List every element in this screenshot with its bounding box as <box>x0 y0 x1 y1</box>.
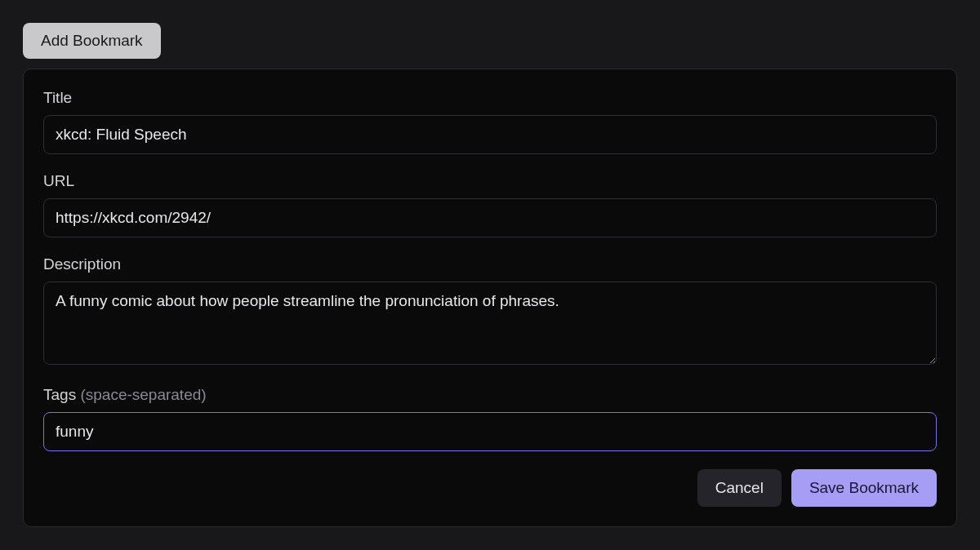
title-label: Title <box>43 89 937 107</box>
url-input[interactable] <box>43 198 937 237</box>
add-bookmark-button[interactable]: Add Bookmark <box>23 23 161 59</box>
description-field-group: Description <box>43 255 937 368</box>
description-label: Description <box>43 255 937 273</box>
save-bookmark-button[interactable]: Save Bookmark <box>791 469 937 507</box>
title-field-group: Title <box>43 89 937 154</box>
form-button-row: Cancel Save Bookmark <box>43 469 937 507</box>
tags-input[interactable] <box>43 412 937 451</box>
url-field-group: URL <box>43 172 937 237</box>
cancel-button[interactable]: Cancel <box>697 469 782 507</box>
tags-label: Tags (space-separated) <box>43 386 937 404</box>
description-textarea[interactable] <box>43 282 937 365</box>
tags-label-hint: (space-separated) <box>80 386 206 403</box>
url-label: URL <box>43 172 937 190</box>
tags-label-text: Tags <box>43 386 80 403</box>
tags-field-group: Tags (space-separated) <box>43 386 937 451</box>
title-input[interactable] <box>43 115 937 154</box>
bookmark-form-panel: Title URL Description Tags (space-separa… <box>23 69 957 527</box>
